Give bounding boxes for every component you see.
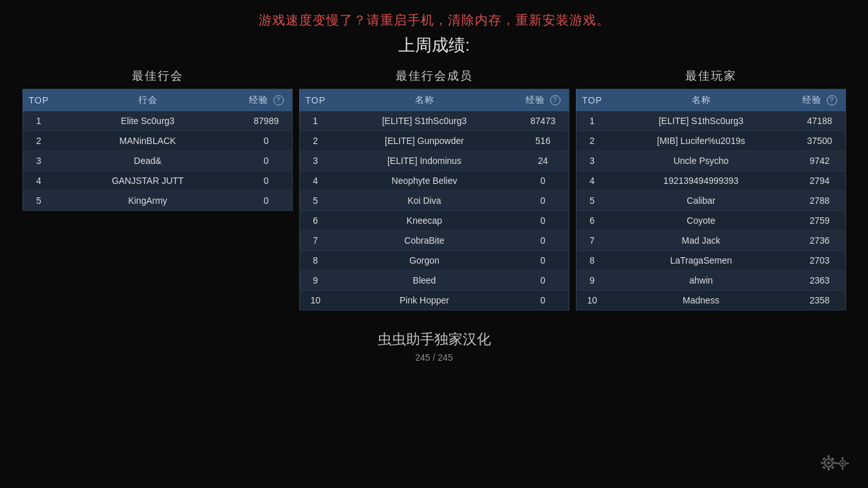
rank-cell: 4 <box>23 171 55 191</box>
svg-point-1 <box>827 462 831 465</box>
table-row: 1Elite Sc0urg387989 <box>23 111 292 131</box>
score-cell: 0 <box>241 131 292 151</box>
svg-rect-3 <box>827 468 829 471</box>
rank-cell: 3 <box>299 151 331 171</box>
footer-title: 虫虫助手独家汉化 <box>0 330 868 349</box>
name-cell: KingArmy <box>55 191 241 211</box>
best-player-header-name: 名称 <box>608 89 794 112</box>
name-cell: Calibar <box>608 191 794 211</box>
score-cell: 47188 <box>794 111 845 131</box>
rank-cell: 7 <box>299 231 331 251</box>
name-cell: [ELITE] Indominus <box>331 151 517 171</box>
rank-cell: 9 <box>299 271 331 291</box>
score-cell: 0 <box>517 231 569 251</box>
name-cell: Kneecap <box>331 211 517 231</box>
svg-rect-15 <box>847 462 849 464</box>
name-cell: Gorgon <box>331 251 517 271</box>
name-cell: LaTragaSemen <box>608 251 794 271</box>
name-cell: Coyote <box>608 211 794 231</box>
guild-member-section-title: 最佳行会成员 <box>299 68 569 84</box>
table-row: 1[ELITE] S1thSc0urg347188 <box>576 111 845 131</box>
svg-rect-12 <box>842 457 844 460</box>
score-cell: 37500 <box>794 131 845 151</box>
name-cell: ahwin <box>608 271 794 291</box>
svg-rect-2 <box>827 455 829 458</box>
name-cell: Pink Hopper <box>331 291 517 311</box>
score-cell: 0 <box>517 251 569 271</box>
score-cell: 0 <box>517 271 569 291</box>
best-player-section: 最佳玩家 TOP 名称 经验 ? 1[ELITE] S1thSc0urg3471… <box>576 68 846 311</box>
rank-cell: 5 <box>299 191 331 211</box>
rank-cell: 6 <box>576 211 608 231</box>
rank-cell: 10 <box>299 291 331 311</box>
guild-section: 最佳行会 TOP 行会 经验 ? 1Elite Sc0urg3879892MAN… <box>23 68 293 311</box>
table-row: 8LaTragaSemen2703 <box>576 251 845 271</box>
score-cell: 2759 <box>794 211 845 231</box>
best-player-header-score: 经验 ? <box>794 89 845 112</box>
table-row: 4Neophyte Believ0 <box>299 171 569 191</box>
score-cell: 2358 <box>794 291 845 311</box>
guild-section-title: 最佳行会 <box>23 68 293 84</box>
score-cell: 2363 <box>794 271 845 291</box>
table-row: 2[ELITE] Gunpowder516 <box>299 131 569 151</box>
rank-cell: 10 <box>576 291 608 311</box>
svg-point-11 <box>842 462 844 465</box>
name-cell: MANinBLACK <box>55 131 241 151</box>
rank-cell: 4 <box>299 171 331 191</box>
guild-help-icon[interactable]: ? <box>273 95 284 105</box>
table-row: 7Mad Jack2736 <box>576 231 845 251</box>
table-row: 5Calibar2788 <box>576 191 845 211</box>
name-cell: GANJSTAR JUTT <box>55 171 241 191</box>
guild-header-row: TOP 行会 经验 ? <box>23 89 292 112</box>
score-cell: 0 <box>517 291 569 311</box>
guild-header-score: 经验 ? <box>241 89 292 112</box>
table-row: 3Uncle Psycho9742 <box>576 151 845 171</box>
rank-cell: 1 <box>23 111 55 131</box>
name-cell: [ELITE] S1thSc0urg3 <box>608 111 794 131</box>
table-row: 5Koi Diva0 <box>299 191 569 211</box>
score-cell: 2788 <box>794 191 845 211</box>
page-title: 上周成绩: <box>0 34 868 57</box>
table-row: 2[MIB] Lucifer%u2019s37500 <box>576 131 845 151</box>
guild-header-top: TOP <box>23 89 55 112</box>
name-cell: [ELITE] S1thSc0urg3 <box>331 111 517 131</box>
svg-rect-8 <box>822 465 826 469</box>
table-row: 10Pink Hopper0 <box>299 291 569 311</box>
best-player-help-icon[interactable]: ? <box>827 95 837 105</box>
name-cell: Bleed <box>331 271 517 291</box>
top-notice: 游戏速度变慢了？请重启手机，清除内存，重新安装游戏。 <box>0 0 868 34</box>
rank-cell: 1 <box>576 111 608 131</box>
table-row: 8Gorgon0 <box>299 251 569 271</box>
guild-member-header-row: TOP 名称 经验 ? <box>299 89 569 112</box>
name-cell: Dead& <box>55 151 241 171</box>
score-cell: 2703 <box>794 251 845 271</box>
table-row: 10Madness2358 <box>576 291 845 311</box>
guild-header-name: 行会 <box>55 89 241 112</box>
rank-cell: 9 <box>576 271 608 291</box>
best-player-header-top: TOP <box>576 89 608 112</box>
rank-cell: 8 <box>576 251 608 271</box>
guild-member-help-icon[interactable]: ? <box>550 95 560 105</box>
table-row: 7CobraBite0 <box>299 231 569 251</box>
score-cell: 516 <box>517 131 569 151</box>
name-cell: Mad Jack <box>608 231 794 251</box>
score-cell: 0 <box>517 171 569 191</box>
gear-icon[interactable] <box>817 450 855 478</box>
table-row: 6Kneecap0 <box>299 211 569 231</box>
name-cell: Uncle Psycho <box>608 151 794 171</box>
name-cell: CobraBite <box>331 231 517 251</box>
table-row: 41921394949993932794 <box>576 171 845 191</box>
table-row: 5KingArmy0 <box>23 191 292 211</box>
guild-member-header-top: TOP <box>299 89 331 112</box>
score-cell: 87989 <box>241 111 292 131</box>
guild-member-section: 最佳行会成员 TOP 名称 经验 ? 1[ELITE] S1thSc0urg38… <box>299 68 569 311</box>
name-cell: Madness <box>608 291 794 311</box>
score-cell: 0 <box>241 171 292 191</box>
tables-container: 最佳行会 TOP 行会 经验 ? 1Elite Sc0urg3879892MAN… <box>0 68 868 311</box>
best-player-table: TOP 名称 经验 ? 1[ELITE] S1thSc0urg3471882[M… <box>576 89 846 311</box>
guild-member-header-score: 经验 ? <box>517 89 569 112</box>
name-cell: 192139494999393 <box>608 171 794 191</box>
name-cell: [MIB] Lucifer%u2019s <box>608 131 794 151</box>
rank-cell: 2 <box>23 131 55 151</box>
table-row: 6Coyote2759 <box>576 211 845 231</box>
